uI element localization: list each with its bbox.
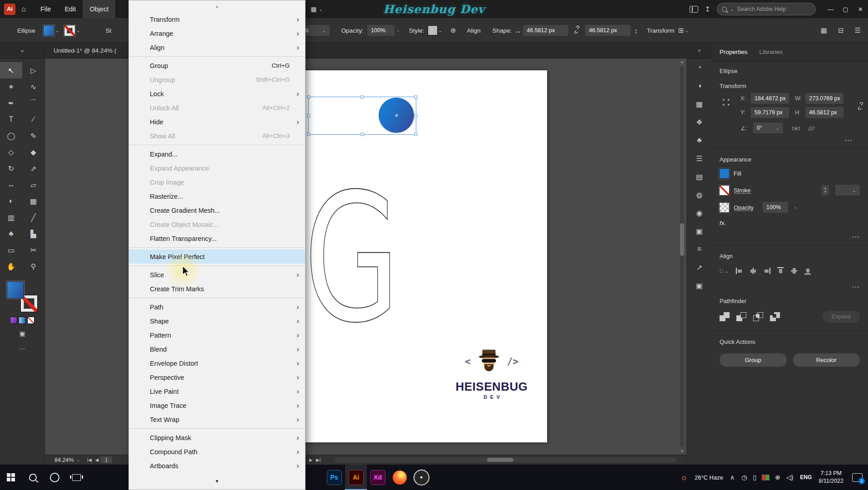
menu-item-shape[interactable]: Shape› [129, 314, 305, 328]
opacity-input[interactable]: 100% [763, 202, 788, 213]
flip-horizontal-icon[interactable]: ▷|◁ [792, 126, 799, 131]
gradient-tool[interactable]: ▥ [0, 209, 22, 225]
y-input[interactable]: 59.7179 px [751, 107, 789, 118]
adobe-xd-taskbar-button[interactable]: Xd [367, 465, 389, 490]
cortana-button[interactable] [44, 465, 65, 490]
stroke-color-swatch[interactable] [720, 186, 729, 195]
color-button[interactable] [10, 317, 17, 323]
selection-tool[interactable]: ↖ [0, 62, 22, 78]
free-transform-tool[interactable]: ▱ [22, 176, 44, 193]
search-input[interactable]: ⌄ Search Adobe Help [717, 3, 816, 15]
symbols-panel-button[interactable]: ♣ [687, 131, 712, 149]
height-input[interactable]: 46.5812 px [805, 107, 843, 118]
eyedropper-tool[interactable]: ╱ [22, 209, 44, 225]
appearance-panel-button[interactable]: ◉ [687, 204, 712, 222]
constrain-proportions-icon[interactable] [573, 26, 581, 35]
opacity-label[interactable]: Opacity: [341, 27, 364, 34]
start-button[interactable] [0, 465, 22, 490]
tray-expand-icon[interactable]: ∧ [730, 474, 735, 481]
menu-item-blend[interactable]: Blend› [129, 342, 305, 356]
type-tool[interactable]: T [0, 111, 22, 127]
none-button[interactable] [28, 317, 34, 323]
graphic-styles-panel-button[interactable]: ▣ [687, 222, 712, 240]
selection-handle[interactable] [307, 133, 311, 136]
ellipse-tool[interactable]: ◯ [0, 127, 22, 144]
chevron-down-icon[interactable]: ⌄ [55, 28, 59, 33]
direct-selection-tool[interactable]: ▷ [22, 62, 44, 78]
scroll-up-icon[interactable]: ▲ [679, 60, 685, 64]
restore-button[interactable]: ▢ [838, 0, 853, 18]
vertical-scrollbar[interactable]: ▲ ▼ [679, 60, 685, 453]
rotation-input[interactable]: 0° ⌄ [753, 122, 783, 133]
reference-point-grid[interactable] [720, 97, 733, 109]
minimize-button[interactable]: — [823, 0, 838, 18]
grid-view-icon[interactable]: ▦ [821, 26, 827, 34]
previous-artboard-button[interactable]: ◀ [95, 457, 99, 462]
transform-grid-icon[interactable]: ⊞ [678, 26, 684, 34]
draw-modes-icon[interactable]: ▣ [19, 330, 25, 337]
weather-text[interactable]: 26°C Haze [695, 474, 723, 481]
width-input[interactable]: 273.0769 px [805, 93, 843, 104]
shape-height-input[interactable]: 46.5812 px [585, 25, 631, 36]
menu-item-transform[interactable]: Transform› [129, 12, 305, 26]
blend-tool[interactable]: ◐ [0, 193, 22, 209]
document-setup-globe-icon[interactable]: ⊕ [450, 26, 456, 34]
horizontal-scrollbar-thumb[interactable] [487, 458, 513, 462]
photoshop-taskbar-button[interactable]: Ps [323, 465, 345, 490]
selection-handle[interactable] [361, 133, 364, 136]
eraser-tool[interactable]: ◆ [22, 144, 44, 160]
panel-columns-icon[interactable]: ⊟ [838, 26, 844, 34]
transform-label[interactable]: Transform [647, 27, 675, 34]
asset-export-panel-button[interactable]: ↗ [687, 258, 712, 276]
pathfinder-intersect-icon[interactable] [753, 312, 763, 321]
artboards-panel-button[interactable]: ▣ [687, 276, 712, 294]
horizontal-align-right-icon[interactable] [763, 267, 771, 275]
vertical-align-top-icon[interactable] [776, 267, 785, 275]
shape-builder-tool[interactable]: ◇ [0, 144, 22, 160]
chevron-down-icon[interactable]: ⌄ [76, 458, 80, 462]
menu-item-image-trace[interactable]: Image Trace› [129, 398, 305, 412]
illustrator-taskbar-button[interactable]: Ai [345, 465, 367, 490]
color-panel-button[interactable]: ◔ [687, 59, 712, 77]
vertical-scrollbar-thumb[interactable] [680, 223, 684, 256]
selection-handle[interactable] [307, 114, 311, 118]
curvature-tool[interactable]: ⌒ [22, 95, 44, 111]
share-icon[interactable]: ↥ [705, 5, 710, 13]
fill-color-swatch[interactable] [44, 25, 54, 36]
menu-item-align[interactable]: Align› [129, 40, 305, 54]
artboard-number-input[interactable]: 1 [100, 456, 112, 463]
chevron-down-icon[interactable]: ⌄ [439, 28, 442, 33]
taskbar-search-button[interactable] [22, 465, 44, 490]
first-artboard-button[interactable]: |◀ [87, 457, 92, 462]
more-options-icon[interactable]: ••• [845, 138, 853, 143]
tab-properties[interactable]: Properties [720, 49, 748, 55]
menu-item-artboards[interactable]: Artboards› [129, 459, 305, 473]
group-button[interactable]: Group [720, 353, 787, 367]
menu-item-clipping-mask[interactable]: Clipping Mask› [129, 431, 305, 445]
opacity-input[interactable]: 100% [367, 25, 395, 36]
horizontal-align-center-icon[interactable] [749, 267, 758, 275]
menu-item-hide[interactable]: Hide› [129, 115, 305, 129]
menu-item-group[interactable]: GroupCtrl+G [129, 59, 305, 73]
task-view-button[interactable] [65, 465, 87, 490]
mesh-tool[interactable]: ▦ [22, 193, 44, 209]
action-center-icon[interactable]: 2 [852, 473, 863, 482]
effects-button[interactable]: fx. [711, 216, 868, 230]
firefox-taskbar-button[interactable] [389, 465, 410, 490]
menu-item-make-pixel-perfect[interactable]: Make Pixel Perfect [129, 250, 305, 264]
align-to-dropdown[interactable]: ∷ ⌄ [720, 268, 729, 274]
language-indicator[interactable]: ENG [800, 474, 812, 480]
menu-item-pattern[interactable]: Pattern› [129, 328, 305, 342]
selection-handle[interactable] [414, 133, 418, 136]
transparency-panel-button[interactable]: ◍ [687, 186, 712, 204]
stroke-weight-stepper[interactable]: ▲ ▼ [822, 185, 829, 196]
pen-tool[interactable]: ✒ [0, 95, 22, 111]
brushes-panel-button[interactable]: ❖ [687, 113, 712, 131]
stroke-label[interactable]: Stroke [734, 187, 751, 194]
symbol-sprayer-tool[interactable]: ♣ [0, 225, 22, 242]
home-icon[interactable]: ⌂ [15, 0, 32, 18]
pathfinder-minus-front-icon[interactable] [736, 312, 746, 321]
menu-item-create-gradient-mesh[interactable]: Create Gradient Mesh... [129, 203, 305, 217]
selection-handle[interactable] [307, 96, 311, 99]
opacity-expand-icon[interactable]: › [397, 28, 399, 33]
